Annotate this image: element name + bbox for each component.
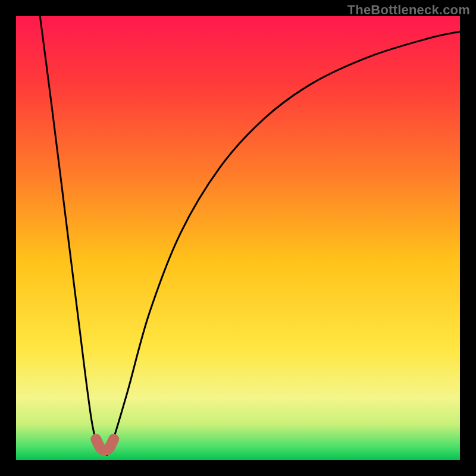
- outer-frame: TheBottleneck.com: [0, 0, 476, 476]
- gradient-background: [16, 16, 460, 460]
- chart-svg: [16, 16, 460, 460]
- watermark-text: TheBottleneck.com: [347, 2, 470, 18]
- plot-area: [16, 16, 460, 460]
